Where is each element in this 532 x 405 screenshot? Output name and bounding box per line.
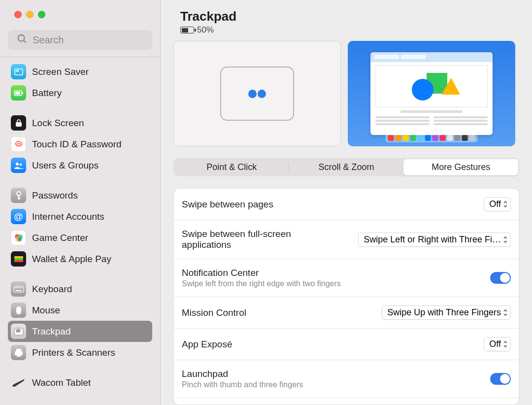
sidebar-item-battery[interactable]: Battery [8,82,152,103]
select-value: Swipe Left or Right with Three Fi… [364,235,501,245]
svg-point-8 [16,163,19,166]
svg-rect-20 [14,286,24,292]
tab-bar: Point & Click Scroll & Zoom More Gesture… [173,158,519,176]
svg-rect-7 [16,122,22,127]
sidebar-item-trackpad[interactable]: Trackpad [8,321,152,342]
game-center-icon [11,230,26,245]
minimize-icon[interactable] [26,11,33,18]
sidebar-item-screen-saver[interactable]: Screen Saver [8,61,152,82]
trackpad-preview [173,41,341,146]
svg-rect-24 [19,287,20,288]
launchpad-toggle[interactable] [490,373,511,385]
svg-point-0 [18,35,25,41]
chevron-up-down-icon [503,309,508,316]
dock-icon [386,134,478,142]
trackpad-icon [11,324,26,339]
internet-accounts-icon: @ [11,209,26,224]
sidebar-item-label: Printers & Scanners [32,347,115,358]
tab-more-gestures[interactable]: More Gestures [403,159,518,175]
svg-rect-22 [16,287,17,288]
sidebar-item-mouse[interactable]: Mouse [8,300,152,321]
sidebar-item-label: Game Center [32,233,88,243]
sidebar-item-game-center[interactable]: Game Center [8,227,152,248]
wallet-icon [11,251,26,267]
setting-name: Launchpad [182,369,303,379]
tab-point-click[interactable]: Point & Click [174,159,289,175]
row-notification-center: Notification Center Swipe left from the … [174,259,519,297]
touch-id-icon [11,136,26,152]
row-swipe-apps: Swipe between full-screen applications S… [174,220,519,259]
app-expose-select[interactable]: Off [484,337,511,351]
printers-icon [11,345,26,360]
sidebar-list: Screen Saver Battery Lock Screen Touch I… [0,61,160,405]
sidebar-item-label: Internet Accounts [32,211,104,222]
svg-rect-17 [14,256,23,258]
sidebar-item-wacom[interactable]: Wacom Tablet [8,372,152,393]
svg-line-1 [24,40,26,43]
sidebar-item-printers[interactable]: Printers & Scanners [8,342,152,363]
sidebar-item-wallet[interactable]: Wallet & Apple Pay [8,248,152,270]
svg-point-9 [19,163,22,166]
sidebar-item-label: Lock Screen [32,118,84,129]
tab-scroll-zoom[interactable]: Scroll & Zoom [289,159,404,175]
setting-description: Pinch with thumb and three fingers [182,380,303,389]
settings-panel: Swipe between pages Off Swipe between fu… [173,188,519,405]
swipe-apps-select[interactable]: Swipe Left or Right with Three Fi… [358,233,511,247]
search-input[interactable] [8,30,152,50]
sidebar-item-lock-screen[interactable]: Lock Screen [8,112,152,134]
desktop-preview [348,41,515,146]
divider [0,57,160,57]
mission-control-select[interactable]: Swipe Up with Three Fingers [382,305,511,320]
sidebar-item-label: Trackpad [32,326,71,337]
svg-rect-25 [21,287,22,288]
search-container [8,30,152,50]
sidebar-item-label: Mouse [32,305,60,316]
chevron-up-down-icon [503,201,508,208]
finger-dot-icon [258,90,266,98]
notification-center-toggle[interactable] [490,272,511,284]
setting-name: Notification Center [182,268,341,278]
svg-point-34 [412,79,433,101]
sidebar-item-keyboard[interactable]: Keyboard [8,278,152,300]
svg-rect-3 [16,70,19,72]
chevron-up-down-icon [503,340,508,348]
sidebar-item-label: Wallet & Apple Pay [32,254,111,265]
screen-saver-icon [11,64,26,79]
svg-rect-6 [15,92,20,95]
setting-name: App Exposé [182,339,232,350]
select-value: Swipe Up with Three Fingers [387,307,501,318]
row-mission-control: Mission Control Swipe Up with Three Fing… [174,297,519,329]
zoom-icon[interactable] [38,11,45,18]
passwords-icon [11,188,26,203]
battery-status: 50% [161,24,532,40]
sidebar-item-label: Screen Saver [32,67,89,77]
row-app-expose: App Exposé Off [174,329,519,360]
battery-icon [11,85,26,101]
chevron-up-down-icon [503,236,508,243]
page-title: Trackpad [180,9,532,24]
sidebar-item-users-groups[interactable]: Users & Groups [8,155,152,176]
trackpad-shape [220,67,294,121]
svg-rect-5 [22,92,23,94]
users-groups-icon [11,158,26,173]
select-value: Off [489,339,501,349]
svg-rect-27 [16,306,21,314]
sidebar-item-label: Touch ID & Password [32,139,122,150]
preview-window [370,52,493,135]
svg-rect-31 [17,354,21,357]
battery-percent: 50% [197,25,214,35]
svg-rect-18 [14,258,23,260]
swipe-pages-select[interactable]: Off [484,197,511,211]
sidebar-item-internet-accounts[interactable]: @ Internet Accounts [8,206,152,227]
svg-rect-29 [16,349,21,351]
finger-dot-icon [248,90,257,98]
sidebar-item-label: Wacom Tablet [32,377,91,388]
sidebar-item-touch-id[interactable]: Touch ID & Password [8,134,152,155]
svg-rect-21 [15,287,16,288]
sidebar-item-passwords[interactable]: Passwords [8,185,152,206]
close-icon[interactable] [14,11,22,18]
svg-point-10 [17,192,21,196]
svg-point-32 [12,385,15,386]
setting-name: Swipe between pages [182,199,273,210]
select-value: Off [489,199,501,209]
